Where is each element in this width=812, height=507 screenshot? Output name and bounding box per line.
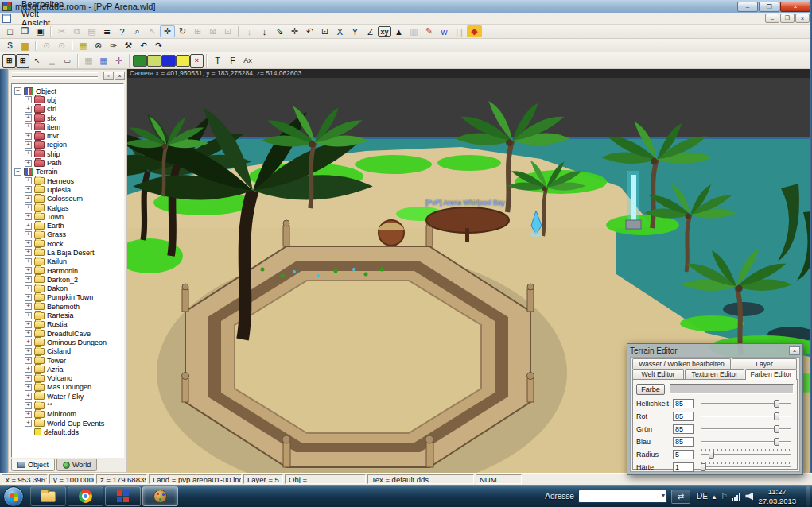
drop-object-icon[interactable]: ↓: [257, 25, 272, 37]
expand-box[interactable]: +: [25, 420, 32, 427]
terrain-editor-tab[interactable]: Farben Editor: [745, 369, 797, 380]
farbe-button[interactable]: Farbe: [636, 384, 665, 395]
cut-icon[interactable]: ✂: [54, 25, 69, 37]
expand-box[interactable]: +: [25, 303, 32, 310]
tree-item[interactable]: −Object: [14, 87, 123, 95]
drop-gray-icon[interactable]: ↓: [242, 25, 257, 37]
tree-item[interactable]: +Volcano: [14, 374, 123, 383]
expand-box[interactable]: +: [25, 330, 32, 337]
mdi-restore-button[interactable]: ❒: [780, 14, 795, 23]
brush-icon[interactable]: ✎: [422, 25, 437, 37]
separator[interactable]: [50, 26, 52, 37]
expand-box[interactable]: +: [25, 366, 32, 373]
tree-item[interactable]: +Grass: [14, 230, 123, 239]
expand-box[interactable]: +: [25, 357, 32, 364]
scene-tree[interactable]: −Object+obj+ctrl+sfx+item+mvr+region+shi…: [11, 83, 124, 458]
tree-item[interactable]: +ship: [14, 149, 123, 158]
axis-y-icon[interactable]: Y: [348, 25, 363, 37]
tree-item[interactable]: +Harmonin: [14, 266, 123, 275]
expand-box[interactable]: +: [25, 96, 32, 103]
panel-header[interactable]: ▫ ×: [9, 70, 126, 80]
tree-item[interactable]: +Cisland: [14, 347, 123, 356]
building-icon[interactable]: ▥: [406, 25, 422, 37]
terrain-editor-tab[interactable]: Welt Editor: [632, 369, 684, 379]
tree-item[interactable]: −Terrain: [14, 168, 123, 176]
expand-box[interactable]: +: [25, 223, 32, 230]
gripper[interactable]: [12, 72, 98, 77]
grid-fine-icon[interactable]: ▦: [81, 54, 96, 68]
mdi-minimize-button[interactable]: –: [765, 14, 779, 23]
money-icon[interactable]: $: [2, 40, 17, 52]
terrain-yellow-swatch[interactable]: [176, 55, 190, 67]
terrain-editor-titlebar[interactable]: Terrain Editor ×: [630, 346, 800, 356]
separator[interactable]: [206, 54, 208, 68]
terrain-editor-panel[interactable]: Terrain Editor × Wasser / Wolken bearbei…: [627, 343, 803, 475]
worldeditor-taskbar-button[interactable]: [142, 486, 178, 506]
language-indicator[interactable]: DE: [697, 492, 708, 501]
tree-item[interactable]: +Path: [14, 158, 123, 167]
terrain-green-swatch[interactable]: [133, 55, 147, 67]
app-taskbar-button[interactable]: [105, 486, 141, 506]
move-object-icon[interactable]: ✛: [287, 25, 302, 37]
expand-box[interactable]: +: [25, 285, 32, 292]
clone-tool-icon[interactable]: ⊡: [220, 25, 235, 37]
new-icon[interactable]: □: [2, 25, 17, 37]
object-tool-icon[interactable]: ⊠: [205, 25, 220, 37]
expand-box[interactable]: +: [25, 276, 32, 283]
network-icon[interactable]: [732, 493, 740, 501]
expand-box[interactable]: +: [25, 213, 32, 220]
tree-item[interactable]: +Behemoth: [14, 302, 123, 311]
field-value-input[interactable]: 85: [673, 437, 694, 447]
expand-box[interactable]: +: [25, 312, 32, 319]
address-input[interactable]: ▾: [578, 490, 667, 503]
tree-item[interactable]: +Dakon: [14, 284, 123, 293]
tree-item[interactable]: +Uplesia: [14, 185, 123, 194]
expand-box[interactable]: +: [25, 150, 32, 157]
expand-box[interactable]: +: [25, 133, 32, 140]
expand-box[interactable]: +: [25, 141, 32, 149]
separator[interactable]: [77, 54, 79, 68]
expand-box[interactable]: +: [25, 204, 32, 211]
title-bar[interactable]: masquerade.room - [PvP Arena.wld] – ❒ ×: [0, 0, 812, 13]
tree-item[interactable]: +Town: [14, 212, 123, 221]
tree-item[interactable]: +mvr: [14, 131, 123, 140]
slider-track[interactable]: [701, 441, 791, 443]
tree-item[interactable]: +DreadfulCave: [14, 329, 123, 338]
expand-box[interactable]: +: [25, 258, 32, 265]
slider-thumb[interactable]: [774, 412, 779, 420]
delete-texture-icon[interactable]: ×: [190, 54, 204, 68]
panel-tab[interactable]: Object: [11, 459, 55, 471]
tree-item[interactable]: +Azria: [14, 365, 123, 373]
select-icon[interactable]: ↖: [145, 25, 160, 37]
panel-restore-button[interactable]: ▫: [103, 72, 114, 80]
expand-box[interactable]: +: [25, 348, 32, 355]
expand-box[interactable]: +: [25, 321, 32, 328]
mountain-icon[interactable]: ▲: [391, 25, 406, 37]
tree-item[interactable]: +La Baja Desert: [14, 248, 123, 257]
expand-box[interactable]: +: [25, 231, 32, 238]
expand-box[interactable]: +: [25, 195, 32, 203]
action-center-flag-icon[interactable]: ⚐: [721, 493, 727, 501]
axis-xy-icon[interactable]: xy: [378, 26, 391, 37]
expand-box[interactable]: +: [25, 114, 32, 122]
slider-track[interactable]: [701, 416, 791, 417]
expand-box[interactable]: +: [25, 411, 32, 418]
tree-item[interactable]: +**: [14, 401, 123, 409]
document-icon[interactable]: [2, 14, 11, 23]
close-button[interactable]: ×: [780, 2, 810, 12]
text-mode-icon[interactable]: T: [210, 54, 225, 68]
tree-item[interactable]: +Tower: [14, 356, 123, 365]
menu-item[interactable]: Bearbeiten: [16, 0, 69, 9]
fog-mode-icon[interactable]: F: [225, 54, 240, 68]
axis-x-icon[interactable]: X: [332, 25, 348, 37]
patch-grid-icon[interactable]: ⊞: [16, 54, 29, 68]
slider-track[interactable]: [701, 454, 791, 455]
expand-box[interactable]: +: [25, 384, 32, 391]
separator[interactable]: [72, 41, 73, 51]
palette-icon[interactable]: ◆: [467, 25, 482, 37]
hidden-icons-button[interactable]: ▴: [713, 493, 717, 501]
terrain-editor-tab[interactable]: Wasser / Wolken bearbeiten: [632, 358, 731, 369]
lock-icon[interactable]: ⊗: [91, 40, 106, 52]
axis-toggle-icon[interactable]: Ax: [240, 54, 255, 68]
start-button[interactable]: [3, 486, 24, 507]
